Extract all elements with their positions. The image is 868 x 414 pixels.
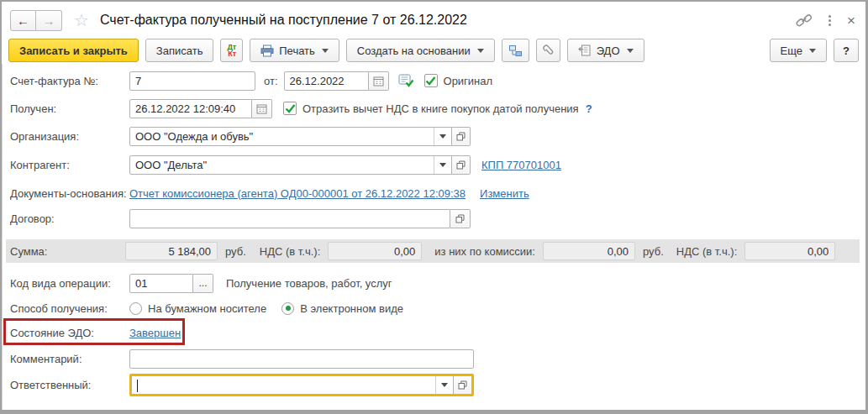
more-actions-button[interactable]: Еще [770,39,827,62]
dropdown-arrow-icon[interactable] [435,376,453,394]
back-arrow-icon: ← [17,13,29,28]
more-menu-icon[interactable] [827,13,833,28]
received-row: Получен: Отразить вычет НДС в книге поку… [10,98,592,118]
counterparty-row: Контрагент: КПП 770701001 [10,155,561,175]
responsible-open-button[interactable] [453,375,472,395]
operation-code-input[interactable] [129,274,193,293]
edo-button[interactable]: ЭДО [567,39,644,62]
operation-code-row: Код вида операции: ... Получение товаров… [10,273,392,293]
responsible-combobox[interactable] [131,375,454,395]
nav-buttons: ← → [10,10,62,31]
print-button[interactable]: Печать [250,39,339,62]
contract-open-button[interactable] [450,209,471,228]
organization-open-button[interactable] [451,127,471,146]
operation-code-label: Код вида операции: [10,277,129,290]
invoice-number-label: Счет-фактура №: [10,75,129,87]
chevron-down-icon [809,49,816,53]
page-title: Счет-фактура полученный на поступление 7… [100,13,467,28]
invoice-number-input[interactable] [129,71,255,91]
forward-arrow-icon: → [43,13,55,28]
organization-input[interactable] [130,128,434,145]
back-button[interactable]: ← [10,10,36,31]
commission-vat-label: НДС (в т.ч.): [676,245,738,258]
document-structure-icon [508,45,523,57]
calendar-button[interactable] [369,71,389,91]
edo-state-row: Состояние ЭДО: Завершен [10,323,181,342]
dropdown-arrow-icon[interactable] [434,156,451,174]
responsible-focus-outline [129,374,474,396]
copy-link-icon[interactable] [796,14,813,27]
forward-button[interactable]: → [36,10,62,31]
original-checkbox[interactable] [424,74,438,87]
operation-code-description: Получение товаров, работ, услуг [226,277,392,290]
open-form-icon [455,214,465,223]
received-label: Получен: [10,102,129,115]
sum-label: Сумма: [10,245,125,258]
radio-paper[interactable] [129,302,142,315]
responsible-input[interactable] [132,376,435,394]
calendar-button[interactable] [252,99,272,118]
edo-state-link[interactable]: Завершен [129,327,181,339]
dt-kt-postings-button[interactable]: ДтКт [220,39,243,62]
header-right-icons: × [796,13,855,28]
counterparty-input[interactable] [130,156,434,174]
organization-row: Организация: [10,126,471,146]
vat-value: 0,00 [328,242,422,260]
base-document-link[interactable]: Отчет комиссионера (агента) ОД00-000001 … [129,187,466,200]
open-form-icon [458,380,467,390]
document-check-icon[interactable] [398,74,414,87]
invoice-number-row: Счет-фактура №: от: Оригинал [10,71,492,91]
organization-combobox[interactable] [129,127,452,146]
counterparty-combobox[interactable] [129,155,452,175]
favorite-star-icon[interactable]: ☆ [74,12,89,29]
save-and-close-button[interactable]: Записать и закрыть [8,39,139,62]
contract-row: Договор: [10,208,471,228]
open-form-icon [456,160,466,170]
counterparty-open-button[interactable] [451,155,471,175]
dt-kt-icon: ДтКт [227,44,236,57]
help-button[interactable]: ? [834,39,859,62]
printer-icon [260,45,274,57]
comment-label: Комментарий: [10,353,129,365]
radio-paper-label: На бумажном носителе [148,302,266,315]
document-window: ← → ☆ Счет-фактура полученный на поступл… [0,0,868,414]
invoice-date-label: от: [264,75,278,87]
dropdown-arrow-icon[interactable] [434,128,451,145]
create-based-on-button[interactable]: Создать на основании [346,39,495,62]
edo-state-label: Состояние ЭДО: [10,327,129,339]
toolbar: Записать и закрыть Записать ДтКт Печать … [8,39,859,62]
receipt-method-row: Способ получения: На бумажном носителе В… [10,301,403,316]
operation-code-select-button[interactable]: ... [193,274,213,293]
calendar-icon [373,76,384,86]
window-header: ← → ☆ Счет-фактура полученный на поступл… [10,8,855,33]
checkmark-icon [425,76,436,86]
commission-currency-label: руб. [643,245,664,258]
attachments-button[interactable] [536,39,560,62]
vat-label: НДС (в т.ч.): [260,245,321,258]
commission-vat-value: 0,00 [744,242,835,260]
radio-electronic[interactable] [281,302,294,315]
receipt-method-label: Способ получения: [10,302,129,315]
related-documents-button[interactable] [502,39,529,62]
responsible-row: Ответственный: [10,375,474,395]
invoice-date-input[interactable] [284,71,369,91]
received-datetime-input[interactable] [129,99,252,118]
close-icon[interactable]: × [847,13,855,28]
kpp-link[interactable]: КПП 770701001 [481,159,561,171]
commission-value: 0,00 [543,242,635,260]
currency-label: руб. [225,245,246,258]
change-link[interactable]: Изменить [480,187,529,200]
contract-input[interactable] [129,209,450,228]
calendar-icon [256,103,267,114]
chevron-down-icon [627,49,634,53]
organization-label: Организация: [10,130,129,143]
totals-band: Сумма: 5 184,00 руб. НДС (в т.ч.): 0,00 … [6,239,860,263]
comment-input[interactable] [129,349,474,369]
base-documents-row: Документы-основания: Отчет комиссионера … [10,183,529,203]
chevron-down-icon [477,49,484,53]
vat-deduction-checkbox[interactable] [283,102,297,115]
help-question-link[interactable]: ? [586,102,592,115]
checkmark-icon [285,104,296,113]
counterparty-label: Контрагент: [10,159,129,171]
save-button[interactable]: Записать [145,39,214,62]
